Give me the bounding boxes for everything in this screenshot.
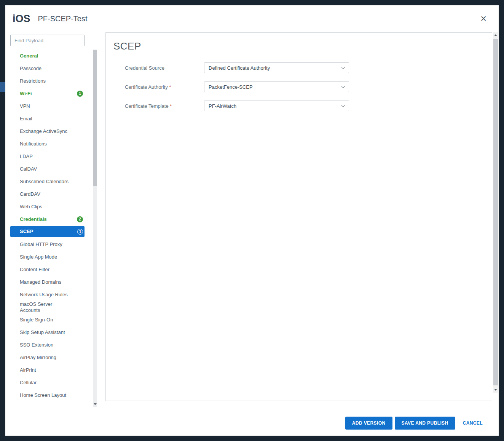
chevron-down-icon (341, 84, 345, 88)
sidebar-item-label: Content Filter (20, 267, 49, 273)
sidebar-item-label: General (20, 53, 38, 59)
sidebar-item-carddav[interactable]: CardDAV (10, 188, 85, 200)
sidebar-item-airplay-mirroring[interactable]: AirPlay Mirroring (10, 351, 85, 364)
required-asterisk: * (168, 84, 171, 90)
sidebar-item-web-clips[interactable]: Web Clips (10, 200, 85, 213)
platform-logo: iOS (13, 13, 30, 25)
scroll-up-icon[interactable] (493, 32, 498, 38)
sidebar-item-wi-fi[interactable]: Wi-Fi1 (10, 87, 85, 100)
sidebar-item-scep[interactable]: SCEP1 (10, 226, 85, 237)
modal-header: iOS PF-SCEP-Test × (5, 5, 499, 32)
sidebar-item-label: Single Sign-On (20, 317, 53, 323)
content-area: SCEP Credential SourceDefined Certificat… (100, 32, 499, 410)
sidebar-item-label: LDAP (20, 153, 33, 160)
triangle-down-icon (494, 389, 497, 391)
sidebar-item-cellular[interactable]: Cellular (10, 376, 85, 389)
add-version-button[interactable]: ADD VERSION (345, 417, 392, 430)
form-row-credential-source: Credential SourceDefined Certificate Aut… (106, 62, 492, 73)
sidebar-scrollbar[interactable] (93, 50, 97, 407)
sidebar-item-skip-setup-assistant[interactable]: Skip Setup Assistant (10, 326, 85, 339)
payload-sidebar: GeneralPasscodeRestrictionsWi-Fi1VPNEmai… (5, 32, 100, 410)
sidebar-scrollbar-thumb[interactable] (93, 50, 97, 186)
sidebar-item-label: Notifications (20, 141, 47, 147)
select-value: PF-AirWatch (209, 103, 342, 109)
sidebar-item-label: macOS Server Accounts (20, 301, 52, 313)
modal-body: GeneralPasscodeRestrictionsWi-Fi1VPNEmai… (5, 32, 499, 410)
form-row-certificate-authority: Certificate Authority *PacketFence-SCEP (106, 81, 492, 92)
sidebar-item-content-filter[interactable]: Content Filter (10, 263, 85, 276)
sidebar-item-label: Restrictions (20, 78, 46, 84)
form-row-certificate-template: Certificate Template *PF-AirWatch (106, 101, 492, 111)
sidebar-item-home-screen-layout[interactable]: Home Screen Layout (10, 389, 85, 401)
sidebar-item-single-app-mode[interactable]: Single App Mode (10, 251, 85, 263)
modal-footer: ADD VERSION SAVE AND PUBLISH CANCEL (5, 410, 499, 436)
sidebar-item-passcode[interactable]: Passcode (10, 62, 85, 75)
sidebar-item-label: Global HTTP Proxy (20, 241, 62, 248)
sidebar-item-label: CardDAV (20, 191, 40, 197)
content-scrollbar[interactable] (493, 32, 498, 393)
payload-list-wrap: GeneralPasscodeRestrictionsWi-Fi1VPNEmai… (10, 50, 100, 407)
sidebar-item-exchange-activesync[interactable]: Exchange ActiveSync (10, 125, 85, 137)
scep-form: Credential SourceDefined Certificate Aut… (106, 62, 492, 111)
sidebar-item-network-usage-rules[interactable]: Network Usage Rules (10, 288, 85, 301)
sidebar-item-label: Subscribed Calendars (20, 179, 69, 185)
sidebar-item-label: Web Clips (20, 204, 42, 210)
sidebar-item-label: Exchange ActiveSync (20, 128, 67, 134)
select-certificate-template[interactable]: PF-AirWatch (204, 101, 349, 111)
save-and-publish-button[interactable]: SAVE AND PUBLISH (395, 417, 455, 430)
sidebar-item-label: Wi-Fi (20, 91, 32, 97)
payload-count-badge: 1 (77, 91, 83, 97)
chevron-down-icon (341, 65, 345, 69)
sidebar-item-single-sign-on[interactable]: Single Sign-On (10, 313, 85, 326)
sidebar-item-airprint[interactable]: AirPrint (10, 364, 85, 376)
sidebar-item-global-http-proxy[interactable]: Global HTTP Proxy (10, 238, 85, 251)
find-payload-input[interactable] (10, 35, 85, 46)
sidebar-item-label: Cellular (20, 380, 37, 386)
sidebar-item-subscribed-calendars[interactable]: Subscribed Calendars (10, 175, 85, 188)
sidebar-item-label: VPN (20, 103, 30, 109)
cancel-button[interactable]: CANCEL (462, 417, 483, 430)
sidebar-item-label: Managed Domains (20, 279, 61, 285)
sidebar-item-label: CalDAV (20, 166, 37, 172)
sidebar-item-notifications[interactable]: Notifications (10, 137, 85, 150)
select-value: PacketFence-SCEP (209, 84, 342, 90)
field-label: Certificate Authority * (125, 84, 204, 90)
sidebar-item-label: Skip Setup Assistant (20, 329, 65, 336)
chevron-down-icon (341, 103, 345, 107)
scroll-down-icon[interactable] (493, 387, 498, 393)
sidebar-item-label: Home Screen Layout (20, 392, 66, 398)
sidebar-item-caldav[interactable]: CalDAV (10, 163, 85, 175)
sidebar-item-email[interactable]: Email (10, 112, 85, 125)
select-value: Defined Certificate Authority (209, 65, 342, 71)
sidebar-item-label: AirPlay Mirroring (20, 355, 56, 361)
sidebar-item-label: Single App Mode (20, 254, 57, 260)
payload-count-badge: 2 (77, 216, 83, 222)
sidebar-item-general[interactable]: General (10, 50, 85, 62)
profile-title: PF-SCEP-Test (38, 14, 88, 23)
select-credential-source[interactable]: Defined Certificate Authority (204, 62, 349, 73)
sidebar-item-sso-extension[interactable]: SSO Extension (10, 339, 85, 351)
sidebar-item-managed-domains[interactable]: Managed Domains (10, 276, 85, 288)
payload-count-badge: 1 (77, 229, 83, 235)
sidebar-item-credentials[interactable]: Credentials2 (10, 213, 85, 225)
sidebar-item-ldap[interactable]: LDAP (10, 150, 85, 163)
sidebar-item-vpn[interactable]: VPN (10, 100, 85, 112)
background-accent (0, 82, 5, 92)
sidebar-item-label: Email (20, 116, 32, 122)
sidebar-item-label: SCEP (20, 228, 33, 235)
content-scrollbar-thumb[interactable] (493, 39, 498, 385)
scroll-down-icon[interactable] (93, 402, 97, 406)
sidebar-item-label: Credentials (20, 216, 47, 222)
panel-title: SCEP (113, 40, 492, 52)
sidebar-item-label: Passcode (20, 66, 41, 72)
sidebar-item-macos-server-accounts[interactable]: macOS Server Accounts (10, 301, 85, 313)
triangle-up-icon (494, 34, 497, 36)
scep-panel: SCEP Credential SourceDefined Certificat… (105, 32, 492, 401)
sidebar-item-label: Network Usage Rules (20, 292, 68, 298)
field-label: Credential Source (125, 65, 204, 71)
select-certificate-authority[interactable]: PacketFence-SCEP (204, 81, 349, 92)
field-label: Certificate Template * (125, 103, 204, 109)
profile-editor-modal: iOS PF-SCEP-Test × GeneralPasscodeRestri… (5, 5, 499, 436)
sidebar-item-restrictions[interactable]: Restrictions (10, 75, 85, 87)
close-icon[interactable]: × (480, 14, 486, 24)
